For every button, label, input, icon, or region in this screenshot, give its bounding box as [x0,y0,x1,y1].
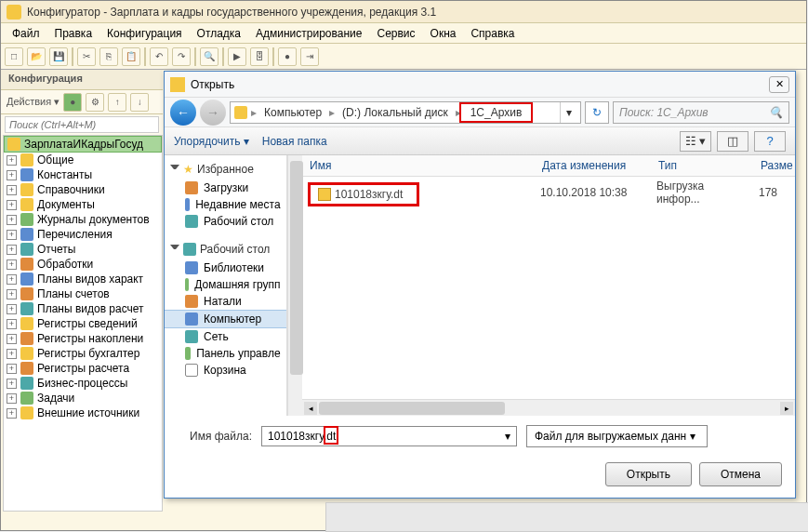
breadcrumb-computer[interactable]: Компьютер [257,104,329,121]
breadcrumb[interactable]: ▸ Компьютер ▸ (D:) Локальный диск ▸ 1C_А… [230,101,581,124]
tree-item-tasks[interactable]: +Задачи [4,391,162,406]
sidebar-recycle[interactable]: Корзина [165,362,286,379]
col-type[interactable]: Тип [651,155,753,176]
expand-icon[interactable]: + [7,379,17,389]
cancel-button[interactable]: Отмена [699,462,782,486]
expand-icon[interactable]: + [7,289,17,299]
file-list[interactable]: Имя Дата изменения Тип Разме 101018зкгу.… [302,155,795,416]
expand-icon[interactable]: + [7,393,17,404]
scroll-left-icon[interactable]: ◂ [304,402,317,415]
tree-item-ext[interactable]: +Внешние источники [4,406,162,420]
sidebar-downloads[interactable]: Загрузки [165,180,286,196]
config-tool-down-icon[interactable]: ↓ [130,93,149,112]
col-name[interactable]: Имя [302,155,535,176]
menu-config[interactable]: Конфигурация [99,25,190,42]
expand-icon[interactable]: + [7,408,17,419]
tree-item-root[interactable]: ЗарплатаИКадрыГосуд [4,136,162,153]
toolbar-redo-icon[interactable]: ↷ [172,47,191,66]
expand-icon[interactable]: + [7,319,17,329]
toolbar-step-icon[interactable]: ⇥ [300,47,319,66]
toolbar-break-icon[interactable]: ● [278,47,297,66]
expand-icon[interactable]: + [7,185,17,195]
file-list-hscrollbar[interactable]: ◂ ▸ [302,399,795,416]
expand-icon[interactable]: + [7,215,17,225]
menu-debug[interactable]: Отладка [190,25,248,42]
toolbar-cut-icon[interactable]: ✂ [77,47,96,66]
config-tool-1[interactable]: ● [63,93,82,112]
sidebar-control[interactable]: Панель управле [165,345,286,362]
tree-item-enums[interactable]: +Перечисления [4,227,162,242]
config-tool-up-icon[interactable]: ↑ [108,93,126,112]
tree-item-catalogs[interactable]: +Справочники [4,182,162,197]
file-row[interactable]: 101018зкгу.dt 10.10.2018 10:38 Выгрузка … [302,177,795,208]
tree-item-char-plans[interactable]: +Планы видов характ [4,272,162,286]
sidebar-computer[interactable]: Компьютер [165,310,286,328]
tree-item-common[interactable]: +Общие [4,153,162,167]
expand-icon[interactable]: + [7,245,17,255]
toolbar-run-icon[interactable]: ▶ [228,47,246,66]
expand-icon[interactable]: + [7,349,17,359]
dialog-sidebar[interactable]: ★Избранное Загрузки Недавние места Рабоч… [165,155,287,416]
scrollbar-thumb[interactable] [290,161,303,375]
tree-item-processors[interactable]: +Обработки [4,257,162,272]
close-button[interactable]: ✕ [769,76,789,93]
help-button[interactable]: ? [754,131,786,152]
toolbar-db-icon[interactable]: 🗄 [250,47,269,66]
expand-icon[interactable]: + [7,230,17,240]
expand-icon[interactable]: + [7,200,17,210]
dialog-search-input[interactable]: Поиск: 1C_Архив 🔍 [613,101,789,124]
breadcrumb-disk[interactable]: (D:) Локальный диск [335,104,456,121]
view-mode-button[interactable]: ☷ ▾ [680,131,711,152]
forward-button[interactable]: → [200,100,226,126]
toolbar-copy-icon[interactable]: ⎘ [99,47,118,66]
sidebar-natali[interactable]: Натали [165,293,286,310]
expand-icon[interactable]: + [7,274,17,285]
menu-windows[interactable]: Окна [423,25,464,42]
sidebar-network[interactable]: Сеть [165,328,286,345]
tree-item-bp[interactable]: +Бизнес-процессы [4,376,162,391]
tree-item-info-regs[interactable]: +Регистры сведений [4,316,162,331]
menu-help[interactable]: Справка [463,25,522,42]
expand-icon[interactable]: + [7,155,17,166]
sidebar-desktop-group[interactable]: Рабочий стол [165,239,286,259]
expand-icon[interactable]: + [7,304,17,314]
tree-item-acc-plans[interactable]: +Планы счетов [4,286,162,301]
tree-item-journals[interactable]: +Журналы документов [4,212,162,227]
config-tree[interactable]: ЗарплатаИКадрыГосуд +Общие +Константы +С… [3,135,163,512]
tree-item-calc-regs[interactable]: +Регистры расчета [4,361,162,376]
col-size[interactable]: Разме [753,155,795,176]
col-date[interactable]: Дата изменения [535,155,651,176]
list-header[interactable]: Имя Дата изменения Тип Разме [302,155,795,177]
expand-icon[interactable]: + [7,334,17,344]
organize-button[interactable]: Упорядочить ▾ [174,135,249,148]
tree-item-acc-regs[interactable]: +Регистры бухгалтер [4,346,162,361]
file-type-combo[interactable]: Файл для выгружаемых данн ▾ [526,425,708,447]
tree-item-accum-regs[interactable]: +Регистры накоплени [4,331,162,346]
sidebar-libraries[interactable]: Библиотеки [165,259,286,276]
sidebar-favorites[interactable]: ★Избранное [165,159,286,180]
toolbar-paste-icon[interactable]: 📋 [122,47,140,66]
toolbar-new-icon[interactable]: □ [5,47,23,66]
toolbar-save-icon[interactable]: 💾 [49,47,68,66]
sidebar-scrollbar[interactable] [287,155,302,416]
sidebar-desktop[interactable]: Рабочий стол [165,213,286,230]
menu-admin[interactable]: Администрирование [248,25,369,42]
config-tool-2[interactable]: ⚙ [86,93,104,112]
toolbar-undo-icon[interactable]: ↶ [150,47,168,66]
scroll-right-icon[interactable]: ▸ [780,402,793,415]
expand-icon[interactable]: + [7,364,17,374]
config-search-input[interactable] [5,116,159,133]
menubar[interactable]: Файл Правка Конфигурация Отладка Админис… [1,23,806,44]
expand-icon[interactable]: + [7,259,17,270]
dropdown-icon[interactable]: ▾ [505,430,510,443]
breadcrumb-dropdown[interactable]: ▾ [560,102,576,123]
refresh-button[interactable]: ↻ [585,101,609,124]
tree-item-constants[interactable]: +Константы [4,167,162,182]
file-name-highlight[interactable]: 101018зкгу.dt [308,182,419,206]
new-folder-button[interactable]: Новая папка [262,135,327,148]
breadcrumb-folder[interactable]: 1C_Архив [459,102,534,123]
toolbar-open-icon[interactable]: 📂 [27,47,46,66]
tree-item-documents[interactable]: +Документы [4,197,162,212]
menu-edit[interactable]: Правка [47,25,100,42]
actions-dropdown[interactable]: Действия ▾ [7,96,60,108]
